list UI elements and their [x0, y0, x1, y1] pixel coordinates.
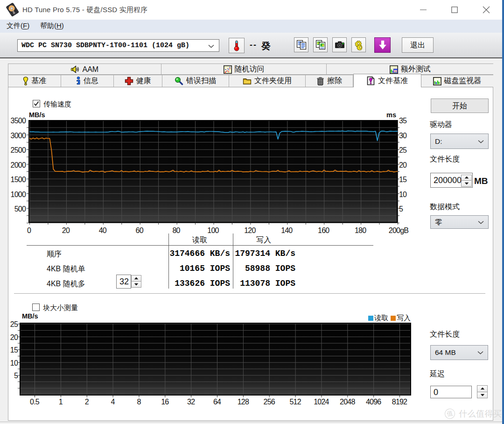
benchmark-icon — [23, 77, 28, 85]
file-length-label-2: 文件长度 — [430, 330, 460, 339]
tab-label: 随机访问 — [235, 64, 265, 74]
copy-text-button[interactable] — [294, 37, 308, 52]
exit-button[interactable]: 退出 — [402, 37, 434, 53]
tick-label: 500 — [7, 205, 26, 213]
arrow-down-icon — [480, 394, 484, 396]
latency-input[interactable]: 0 — [430, 386, 472, 398]
sequential-read-value: 3174666 KB/s — [167, 249, 230, 258]
tick-label: 120 — [236, 226, 264, 235]
latency-value: 0 — [434, 387, 438, 397]
info-icon — [76, 77, 81, 85]
tick-label: 100 — [199, 226, 227, 235]
error-scan-icon — [175, 77, 183, 85]
data-pattern-label: 数据模式 — [430, 202, 460, 212]
menu-file[interactable]: 文件(F) — [5, 21, 31, 30]
tab-info[interactable]: 信息 — [61, 75, 114, 87]
queue-depth-input[interactable]: 32 — [116, 275, 131, 289]
options-button[interactable] — [351, 37, 366, 52]
tab-label: 文件夹使用 — [254, 76, 292, 86]
checkmark-icon — [34, 101, 39, 106]
tab-file-benchmark[interactable]: 文件基准 — [353, 74, 421, 87]
tab-label: 基准 — [31, 76, 46, 86]
close-button[interactable] — [476, 0, 497, 20]
copy-image-button[interactable] — [313, 37, 328, 52]
transfer-speed-checkbox[interactable] — [33, 100, 40, 107]
file-benchmark-icon — [367, 76, 375, 85]
tick-label: 2 — [73, 398, 101, 406]
disk-monitor-icon — [433, 77, 441, 85]
tick-label: 180 — [346, 226, 374, 235]
tick-label: 20 — [399, 161, 406, 170]
tick-label: 1000 — [7, 191, 26, 199]
tick-label: 20 — [0, 333, 18, 342]
table-header-divider — [27, 245, 373, 246]
tick-label: 8192 — [385, 398, 413, 406]
window-bottom-edge — [0, 422, 502, 424]
spin-up-button[interactable] — [131, 275, 141, 282]
copy-text-icon — [296, 39, 307, 50]
spin-down-button[interactable] — [131, 282, 141, 288]
update-button[interactable] — [374, 37, 391, 53]
read-legend-swatch — [368, 316, 373, 321]
row-label-sequential: 顺序 — [47, 249, 62, 259]
minimize-button[interactable] — [413, 0, 434, 20]
tick-label: 10 — [399, 191, 406, 199]
tab-label: 文件基准 — [378, 76, 408, 86]
transfer-speed-label: 传输速度 — [43, 100, 71, 109]
tab-extra-tests[interactable]: 额外测试 — [327, 64, 493, 75]
chevron-down-icon — [478, 138, 484, 144]
write-legend-swatch — [391, 316, 396, 321]
tick-label: 64 — [203, 398, 231, 406]
device-select[interactable]: WDC PC SN730 SDBPNTY-1T00-1101 (1024 gB) — [17, 39, 219, 52]
data-pattern-select[interactable]: 零 — [430, 215, 489, 229]
maximize-button[interactable] — [444, 0, 465, 20]
block-size-checkbox[interactable] — [32, 304, 40, 311]
tick-label: 1024 — [307, 398, 335, 406]
start-button[interactable]: 开始 — [431, 99, 489, 113]
spin-down-button[interactable] — [461, 181, 472, 187]
tick-label: 10 — [0, 359, 18, 367]
camera-icon — [334, 39, 345, 50]
tick-label: 8 — [125, 398, 153, 406]
tick-label: 2500 — [7, 146, 26, 155]
spin-up-button[interactable] — [461, 175, 472, 181]
arrow-up-icon — [464, 177, 469, 179]
tick-label: 4 — [99, 398, 127, 406]
chevron-down-icon — [478, 219, 484, 225]
tick-label: 200gB — [385, 226, 413, 235]
temperature-button[interactable] — [229, 38, 245, 53]
tick-label: 0.5 — [21, 398, 49, 406]
watermark-badge: 值 — [444, 408, 455, 419]
tick-label: 40 — [89, 226, 117, 235]
write-column-header: 写入 — [250, 235, 278, 245]
download-arrow-icon — [378, 40, 387, 50]
screenshot-button[interactable] — [332, 37, 347, 52]
chart1-yaxis-unit-right: ms — [375, 111, 396, 119]
tab-folder-usage[interactable]: 文件夹使用 — [229, 75, 306, 87]
tick-label: 1500 — [7, 176, 26, 184]
file-length-unit: MB — [474, 176, 488, 186]
folder-icon — [243, 77, 252, 85]
spin-down-button[interactable] — [477, 392, 488, 399]
spin-up-button[interactable] — [477, 385, 488, 392]
tick-label: 3000 — [7, 132, 26, 140]
4kb-single-read-value: 10165 IOPS — [167, 264, 230, 273]
tab-erase[interactable]: 擦除 — [306, 75, 353, 87]
4kb-multi-write-value: 113078 IOPS — [232, 279, 295, 288]
drive-select[interactable]: D: — [430, 134, 489, 149]
tab-aam[interactable]: AAM — [8, 64, 161, 75]
menu-help[interactable]: 帮助(H) — [38, 21, 66, 30]
tab-health[interactable]: 健康 — [114, 75, 162, 87]
tick-label: 15 — [0, 346, 18, 354]
file-length-select-2[interactable]: 64 MB — [430, 345, 488, 360]
tab-error-scan[interactable]: 错误扫描 — [162, 75, 229, 87]
tab-disk-monitor[interactable]: 磁盘监视器 — [421, 75, 493, 87]
tab-benchmark[interactable]: 基准 — [8, 75, 61, 87]
arrow-down-icon — [134, 283, 139, 286]
4kb-multi-read-value: 133626 IOPS — [167, 279, 230, 288]
chart2-yaxis-unit: MB/s — [22, 312, 38, 320]
tab-random-access[interactable]: 随机访问 — [161, 64, 327, 75]
tab-label: 信息 — [84, 76, 98, 86]
tab-label: 额外测试 — [401, 64, 431, 74]
file-length-input[interactable]: 200000 — [430, 173, 473, 188]
